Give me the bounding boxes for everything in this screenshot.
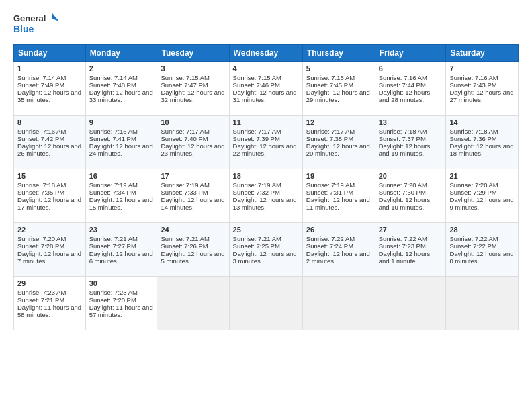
- day-number: 18: [233, 172, 299, 180]
- calendar-cell: 11Sunrise: 7:17 AMSunset: 7:39 PMDayligh…: [229, 116, 302, 169]
- calendar-cell: 1Sunrise: 7:14 AMSunset: 7:49 PMDaylight…: [14, 62, 86, 116]
- day-of-week-header: Thursday: [302, 45, 375, 62]
- day-number: 9: [89, 118, 154, 126]
- day-number: 25: [233, 226, 299, 234]
- cell-info: Daylight: 12 hours and 9 minutes.: [449, 196, 515, 211]
- cell-info: Sunset: 7:20 PM: [89, 296, 154, 304]
- cell-info: Sunrise: 7:16 AM: [17, 128, 82, 135]
- cell-info: Sunrise: 7:15 AM: [306, 74, 371, 81]
- cell-info: Daylight: 12 hours and 19 minutes.: [379, 142, 443, 157]
- calendar-week-row: 29Sunrise: 7:23 AMSunset: 7:21 PMDayligh…: [14, 277, 519, 330]
- day-of-week-header: Monday: [85, 45, 157, 62]
- day-number: 17: [161, 172, 225, 180]
- cell-info: Sunset: 7:36 PM: [449, 135, 515, 142]
- cell-info: Sunrise: 7:21 AM: [233, 235, 299, 242]
- cell-info: Daylight: 12 hours and 14 minutes.: [161, 196, 225, 211]
- day-number: 1: [17, 64, 82, 73]
- cell-info: Sunrise: 7:16 AM: [89, 128, 154, 135]
- day-number: 8: [17, 118, 82, 126]
- day-number: 15: [17, 172, 82, 180]
- day-number: 11: [233, 118, 299, 126]
- cell-info: Daylight: 12 hours and 10 minutes.: [379, 196, 443, 211]
- day-number: 21: [449, 172, 515, 180]
- cell-info: Sunset: 7:39 PM: [233, 135, 299, 142]
- cell-info: Sunrise: 7:19 AM: [89, 181, 154, 189]
- day-number: 24: [161, 226, 225, 234]
- cell-info: Daylight: 12 hours and 11 minutes.: [306, 196, 371, 211]
- calendar-cell: 5Sunrise: 7:15 AMSunset: 7:45 PMDaylight…: [302, 62, 375, 116]
- cell-info: Sunset: 7:49 PM: [17, 81, 82, 89]
- day-number: 13: [379, 118, 443, 126]
- cell-info: Sunset: 7:43 PM: [449, 81, 515, 89]
- cell-info: Sunrise: 7:20 AM: [379, 181, 443, 189]
- cell-info: Sunset: 7:31 PM: [306, 189, 371, 196]
- cell-info: Sunset: 7:24 PM: [306, 242, 371, 250]
- calendar-cell: [157, 277, 229, 330]
- cell-info: Sunset: 7:44 PM: [379, 81, 443, 89]
- cell-info: Daylight: 12 hours and 35 minutes.: [17, 89, 82, 103]
- day-of-week-header: Sunday: [14, 45, 86, 62]
- cell-info: Sunset: 7:42 PM: [17, 135, 82, 142]
- cell-info: Sunrise: 7:16 AM: [379, 74, 443, 81]
- calendar-cell: 2Sunrise: 7:14 AMSunset: 7:48 PMDaylight…: [85, 62, 157, 116]
- page: General Blue SundayMondayTuesdayWednesda…: [0, 0, 532, 411]
- cell-info: Daylight: 12 hours and 28 minutes.: [379, 89, 443, 103]
- calendar-table: SundayMondayTuesdayWednesdayThursdayFrid…: [13, 44, 519, 330]
- calendar-cell: 13Sunrise: 7:18 AMSunset: 7:37 PMDayligh…: [375, 116, 446, 169]
- day-number: 5: [306, 64, 371, 73]
- calendar-cell: 15Sunrise: 7:18 AMSunset: 7:35 PMDayligh…: [14, 169, 86, 223]
- day-number: 19: [306, 172, 371, 180]
- day-number: 7: [449, 64, 515, 73]
- cell-info: Sunrise: 7:20 AM: [449, 181, 515, 189]
- cell-info: Sunset: 7:46 PM: [233, 81, 299, 89]
- cell-info: Sunrise: 7:17 AM: [161, 128, 225, 135]
- calendar-cell: 26Sunrise: 7:22 AMSunset: 7:24 PMDayligh…: [302, 223, 375, 277]
- day-number: 10: [161, 118, 225, 126]
- cell-info: Daylight: 12 hours and 22 minutes.: [233, 142, 299, 157]
- calendar-cell: 18Sunrise: 7:19 AMSunset: 7:32 PMDayligh…: [229, 169, 302, 223]
- cell-info: Sunset: 7:28 PM: [17, 242, 82, 250]
- svg-marker-2: [52, 13, 59, 21]
- cell-info: Daylight: 12 hours and 27 minutes.: [449, 89, 515, 103]
- cell-info: Sunrise: 7:19 AM: [306, 181, 371, 189]
- calendar-cell: [446, 277, 519, 330]
- cell-info: Daylight: 12 hours and 26 minutes.: [17, 142, 82, 157]
- cell-info: Sunrise: 7:19 AM: [233, 181, 299, 189]
- calendar-cell: 3Sunrise: 7:15 AMSunset: 7:47 PMDaylight…: [157, 62, 229, 116]
- cell-info: Daylight: 12 hours and 7 minutes.: [17, 250, 82, 265]
- cell-info: Sunset: 7:41 PM: [89, 135, 154, 142]
- cell-info: Sunrise: 7:14 AM: [89, 74, 154, 81]
- day-number: 2: [89, 64, 154, 73]
- cell-info: Sunrise: 7:18 AM: [17, 181, 82, 189]
- cell-info: Sunset: 7:32 PM: [233, 189, 299, 196]
- calendar-cell: 6Sunrise: 7:16 AMSunset: 7:44 PMDaylight…: [375, 62, 446, 116]
- calendar-week-row: 22Sunrise: 7:20 AMSunset: 7:28 PMDayligh…: [14, 223, 519, 277]
- calendar-cell: 4Sunrise: 7:15 AMSunset: 7:46 PMDaylight…: [229, 62, 302, 116]
- cell-info: Sunrise: 7:15 AM: [233, 74, 299, 81]
- day-of-week-header: Wednesday: [229, 45, 302, 62]
- cell-info: Daylight: 12 hours and 0 minutes.: [449, 250, 515, 265]
- cell-info: Sunset: 7:37 PM: [379, 135, 443, 142]
- cell-info: Daylight: 12 hours and 33 minutes.: [89, 89, 154, 103]
- calendar-cell: 14Sunrise: 7:18 AMSunset: 7:36 PMDayligh…: [446, 116, 519, 169]
- calendar-cell: [375, 277, 446, 330]
- cell-info: Daylight: 12 hours and 6 minutes.: [89, 250, 154, 265]
- cell-info: Daylight: 12 hours and 1 minute.: [379, 250, 443, 265]
- cell-info: Sunset: 7:38 PM: [306, 135, 371, 142]
- cell-info: Sunrise: 7:23 AM: [17, 289, 82, 296]
- cell-info: Sunset: 7:33 PM: [161, 189, 225, 196]
- cell-info: Sunset: 7:40 PM: [161, 135, 225, 142]
- cell-info: Sunset: 7:22 PM: [449, 242, 515, 250]
- calendar-week-row: 8Sunrise: 7:16 AMSunset: 7:42 PMDaylight…: [14, 116, 519, 169]
- cell-info: Daylight: 12 hours and 32 minutes.: [161, 89, 225, 103]
- calendar-cell: 25Sunrise: 7:21 AMSunset: 7:25 PMDayligh…: [229, 223, 302, 277]
- day-number: 22: [17, 226, 82, 234]
- cell-info: Sunset: 7:48 PM: [89, 81, 154, 89]
- cell-info: Sunrise: 7:17 AM: [306, 128, 371, 135]
- calendar-cell: 23Sunrise: 7:21 AMSunset: 7:27 PMDayligh…: [85, 223, 157, 277]
- cell-info: Sunset: 7:27 PM: [89, 242, 154, 250]
- cell-info: Sunrise: 7:18 AM: [449, 128, 515, 135]
- cell-info: Sunrise: 7:20 AM: [17, 235, 82, 242]
- day-number: 28: [449, 226, 515, 234]
- calendar-cell: 10Sunrise: 7:17 AMSunset: 7:40 PMDayligh…: [157, 116, 229, 169]
